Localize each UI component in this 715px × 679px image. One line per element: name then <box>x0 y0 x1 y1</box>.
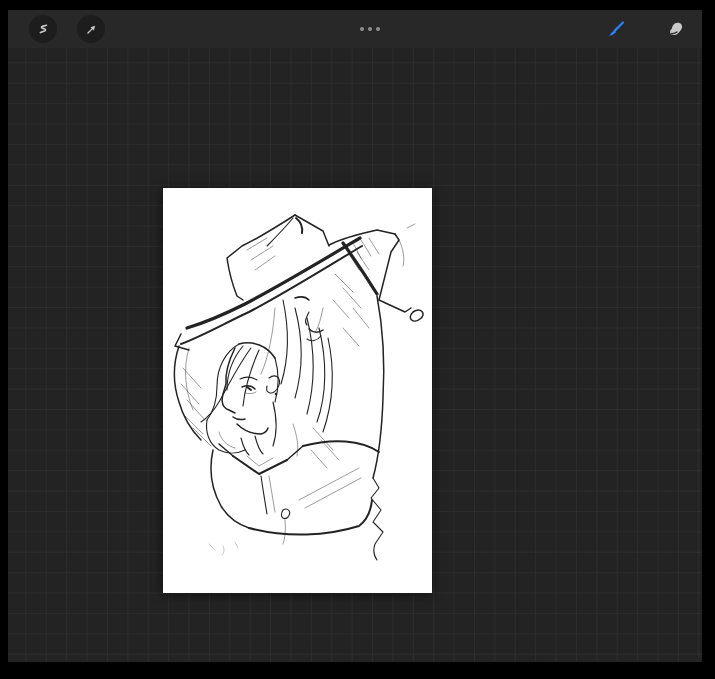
ellipsis-icon <box>376 27 380 31</box>
transform-tool-button[interactable] <box>77 15 105 43</box>
top-toolbar <box>8 10 702 48</box>
selection-tool-button[interactable] <box>29 15 57 43</box>
smudge-finger-icon <box>664 17 688 41</box>
sketch-artwork <box>163 188 432 593</box>
canvas-options-button[interactable] <box>352 16 388 42</box>
ellipsis-icon <box>360 27 364 31</box>
drawing-canvas[interactable] <box>163 188 432 593</box>
brush-tool-button[interactable] <box>602 15 630 43</box>
ellipsis-icon <box>368 27 372 31</box>
selection-s-icon <box>35 21 52 38</box>
smudge-tool-button[interactable] <box>662 15 690 43</box>
canvas-workspace[interactable] <box>8 48 702 662</box>
transform-arrow-icon <box>83 21 100 38</box>
brush-icon <box>604 17 628 41</box>
procreate-app <box>8 10 702 662</box>
